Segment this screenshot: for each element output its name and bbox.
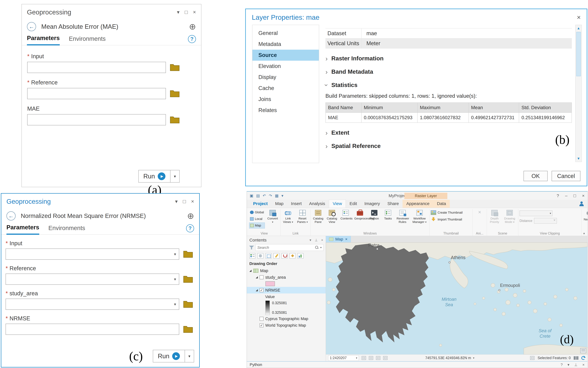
browse-folder-button[interactable] xyxy=(170,63,180,71)
pane-menu-caret-icon[interactable]: ▾ xyxy=(177,9,180,15)
tab-data[interactable]: Data xyxy=(433,200,450,208)
map-view-button[interactable]: Map xyxy=(249,222,265,229)
drawing-mode-button[interactable]: Drawing Mode ▾ xyxy=(502,209,517,224)
open-view-icon[interactable]: ▦ xyxy=(275,193,279,198)
tab-share[interactable]: Share xyxy=(384,200,402,208)
nrmse-textbox[interactable] xyxy=(6,324,179,335)
study-area-checkbox[interactable] xyxy=(260,275,264,279)
section-raster-information[interactable]: › Raster Information xyxy=(325,55,572,62)
tab-imagery[interactable]: Imagery xyxy=(361,200,384,208)
world-checkbox[interactable]: ✓ xyxy=(260,323,264,327)
cancel-button[interactable]: Cancel xyxy=(552,171,580,181)
pane-close-icon[interactable]: × xyxy=(191,198,194,204)
sidebar-item-joins[interactable]: Joins xyxy=(252,94,319,105)
redo-icon[interactable]: ↷ xyxy=(269,193,272,198)
search-input[interactable] xyxy=(257,245,313,250)
pane-menu-caret-icon[interactable]: ▾ xyxy=(310,238,311,242)
pane-close-icon[interactable]: × xyxy=(193,9,196,15)
help-icon[interactable]: ? xyxy=(561,363,563,367)
convert-button[interactable]: Convert ▾ xyxy=(266,209,279,224)
run-button[interactable]: Run ▶ xyxy=(138,170,171,183)
geoprocessing-button[interactable]: Geoprocessing xyxy=(353,209,367,220)
save-icon[interactable]: ▤ xyxy=(256,193,260,198)
pane-menu-caret-icon[interactable]: ▾ xyxy=(568,363,569,367)
workflow-manager-button[interactable]: Workflow Manager ▾ xyxy=(411,209,428,224)
minimize-icon[interactable]: – xyxy=(565,193,568,198)
add-to-project-icon[interactable]: ⊕ xyxy=(189,22,196,31)
sidebar-item-relates[interactable]: Relates xyxy=(252,105,319,116)
search-icon[interactable] xyxy=(315,246,319,249)
nrmse-checkbox[interactable]: ✓ xyxy=(260,288,264,292)
link-views-button[interactable]: Link Views ▾ xyxy=(282,209,294,224)
sidebar-item-cache[interactable]: Cache xyxy=(252,83,319,94)
list-by-charts-icon[interactable] xyxy=(297,253,303,258)
combo-caret-icon[interactable]: ▾ xyxy=(171,299,179,310)
create-thumbnail-button[interactable]: Create Thumbnail xyxy=(431,209,463,216)
attribute-table-icon[interactable] xyxy=(376,356,380,360)
scroll-up-icon[interactable]: ▲ xyxy=(576,26,582,30)
local-scene-button[interactable]: Local xyxy=(249,216,265,222)
vertical-scrollbar[interactable]: ▲ ▼ xyxy=(575,25,582,162)
project-icon[interactable]: ▣ xyxy=(250,193,253,198)
close-tab-icon[interactable]: × xyxy=(345,237,347,241)
sidebar-item-source[interactable]: Source xyxy=(252,50,319,61)
tab-analysis[interactable]: Analysis xyxy=(305,200,329,208)
contents-button[interactable]: Contents xyxy=(339,209,352,220)
list-by-selection-icon[interactable] xyxy=(266,253,271,258)
reviewer-rules-button[interactable]: Reviewer Rules xyxy=(396,209,410,224)
layer-map-row[interactable]: Map xyxy=(247,267,326,274)
coordinate-readout[interactable]: 745791.53E 4249346.82N m ▾ xyxy=(425,356,474,360)
list-by-labeling-icon[interactable] xyxy=(289,253,295,258)
map-scale-combobox[interactable]: 1:2420207 ▾ xyxy=(328,355,359,361)
cyprus-checkbox[interactable] xyxy=(260,317,264,321)
browse-folder-button[interactable] xyxy=(170,116,180,124)
list-by-editing-icon[interactable] xyxy=(274,253,279,258)
python-button[interactable]: Python xyxy=(368,209,380,220)
pane-pin-icon[interactable]: ⊥ xyxy=(315,238,318,242)
clipping-mode-combobox[interactable]: ▾ xyxy=(520,211,552,216)
browse-folder-button[interactable] xyxy=(183,275,193,283)
input-combobox[interactable]: ▾ xyxy=(6,248,179,260)
layer-nrmse-row[interactable]: ✓ NRMSE xyxy=(247,287,326,294)
tab-environments[interactable]: Environments xyxy=(48,225,85,234)
pane-menu-caret-icon[interactable]: ▾ xyxy=(175,198,178,204)
navigator-button[interactable]: Navigator xyxy=(583,209,588,221)
tab-parameters[interactable]: Parameters xyxy=(6,224,39,235)
undo-icon[interactable]: ↶ xyxy=(263,193,266,198)
reference-combobox[interactable]: ▾ xyxy=(6,274,179,285)
pane-undock-icon[interactable]: □ xyxy=(183,198,186,204)
help-icon[interactable]: ? xyxy=(557,193,559,198)
global-scene-button[interactable]: Global xyxy=(249,209,265,215)
tasks-button[interactable]: Tasks xyxy=(382,209,394,220)
distance-input[interactable] xyxy=(534,218,557,224)
contents-search-box[interactable]: ▾ xyxy=(256,244,323,251)
study-area-symbol-swatch[interactable] xyxy=(266,281,275,286)
sidebar-item-elevation[interactable]: Elevation xyxy=(252,61,319,72)
help-icon[interactable]: ? xyxy=(186,224,194,232)
close-icon[interactable]: × xyxy=(582,193,585,198)
selection-icon[interactable] xyxy=(530,356,534,360)
layer-world-row[interactable]: ✓ World Topographic Map xyxy=(247,322,326,329)
tab-project[interactable]: Project xyxy=(249,200,271,208)
snapping-toggle-icon[interactable] xyxy=(362,356,366,360)
remove-animation-icon[interactable]: × xyxy=(476,209,483,215)
reset-panes-button[interactable]: Reset Panes ▾ xyxy=(295,209,309,224)
section-spatial-reference[interactable]: › Spatial Reference xyxy=(325,143,572,149)
import-thumbnail-button[interactable]: Import Thumbnail xyxy=(431,216,462,223)
catalog-view-button[interactable]: Catalog View xyxy=(326,209,338,224)
expander-icon[interactable] xyxy=(256,276,258,278)
ok-button[interactable]: OK xyxy=(523,171,548,181)
layer-cyprus-row[interactable]: Cyprus Topographic Map xyxy=(247,315,326,322)
sound-icon[interactable] xyxy=(383,356,388,360)
tab-parameters[interactable]: Parameters xyxy=(27,35,60,45)
depth-priority-button[interactable]: Depth Priority xyxy=(488,209,501,224)
pane-close-icon[interactable]: × xyxy=(582,363,585,367)
combo-caret-icon[interactable]: ▾ xyxy=(171,249,179,259)
back-button[interactable]: ← xyxy=(6,211,16,221)
pages-icon[interactable] xyxy=(574,356,578,360)
section-band-metadata[interactable]: › Band Metadata xyxy=(325,68,572,75)
expander-icon[interactable] xyxy=(249,270,252,272)
notifications-icon[interactable] xyxy=(580,348,586,353)
search-options-caret[interactable]: ▾ xyxy=(320,246,322,249)
run-options-caret[interactable]: ▾ xyxy=(185,350,194,362)
